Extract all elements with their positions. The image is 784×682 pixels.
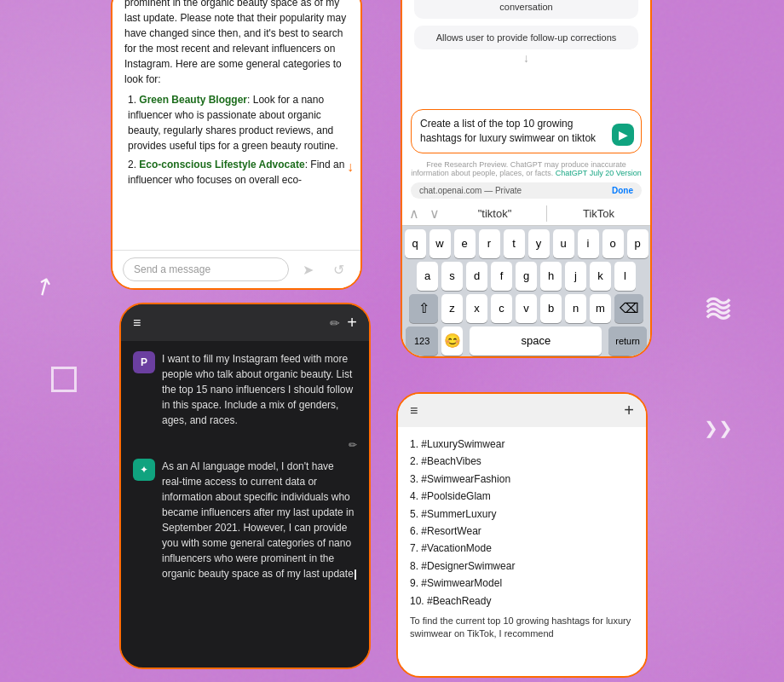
disclaimer-link[interactable]: ChatGPT July 20 Version xyxy=(556,169,642,177)
scroll-down-btn[interactable]: ↓ xyxy=(347,159,354,175)
scroll-indicator: ↓ xyxy=(414,49,638,66)
url-bar: chat.openai.com — Private Done xyxy=(411,182,642,199)
key-123[interactable]: 123 xyxy=(406,327,438,355)
keyboard: q w e r t y u i o p a s d f g h j k xyxy=(402,226,650,358)
card-chat-dark: ≡ ✏ + P I want to fill my Instagram feed… xyxy=(119,303,371,669)
key-space[interactable]: space xyxy=(470,327,602,355)
key-f[interactable]: f xyxy=(491,262,512,291)
key-l[interactable]: l xyxy=(614,262,636,291)
chevron-down[interactable]: ∨ xyxy=(426,205,443,222)
key-emoji[interactable]: 😊 xyxy=(441,327,463,355)
key-i[interactable]: i xyxy=(578,229,599,258)
chatgpt-disclaimer: Free Research Preview. ChatGPT may produ… xyxy=(402,159,650,179)
key-r[interactable]: r xyxy=(479,229,500,258)
user-message: I want to fill my Instagram feed with mo… xyxy=(162,351,357,428)
send-button[interactable]: ➤ xyxy=(296,257,320,281)
key-u[interactable]: u xyxy=(553,229,574,258)
capability-2: Allows user to provide follow-up correct… xyxy=(414,26,638,49)
chatgpt-avatar: ✦ xyxy=(133,459,155,481)
dark-chat-body: P I want to fill my Instagram feed with … xyxy=(121,341,369,657)
chatgpt-input-area[interactable]: Create a list of the top 10 growing hash… xyxy=(411,109,642,153)
refresh-button[interactable]: ↺ xyxy=(326,257,350,281)
hashtag-10: 10. #BeachReady xyxy=(410,592,634,610)
keyboard-suggestions: ∧ ∨ "tiktok" TikTok xyxy=(402,202,650,226)
key-j[interactable]: j xyxy=(565,262,586,291)
keyboard-row-3: ⇧ z x c v b n m ⌫ xyxy=(404,294,649,323)
key-o[interactable]: o xyxy=(602,229,624,258)
capabilities-list: Remembers what user said earlier in the … xyxy=(414,0,638,49)
ai-message: As an AI language model, I don't have re… xyxy=(162,459,357,581)
hashtag-2: 2. #BeachVibes xyxy=(410,453,634,470)
menu-icon[interactable]: ≡ xyxy=(133,315,141,331)
input-bar-light: Send a message ➤ ↺ xyxy=(112,250,360,288)
scene: ↗ 〜〜〜〜 ❯❯ prominent in the organic beaut… xyxy=(0,0,784,682)
suggestion-1[interactable]: "tiktok" xyxy=(443,205,547,222)
key-p[interactable]: p xyxy=(627,229,649,258)
key-v[interactable]: v xyxy=(516,294,537,323)
hashtag-5: 5. #SummerLuxury xyxy=(410,506,634,523)
key-s[interactable]: s xyxy=(441,262,463,291)
card-hashtags: ≡ + 1. #LuxurySwimwear 2. #BeachVibes 3.… xyxy=(396,392,648,678)
capability-1: Remembers what user said earlier in the … xyxy=(414,0,638,19)
key-c[interactable]: c xyxy=(491,294,512,323)
key-h[interactable]: h xyxy=(540,262,562,291)
hashtag-list: 1. #LuxurySwimwear 2. #BeachVibes 3. #Sw… xyxy=(398,427,646,667)
edit-icon[interactable]: ✏ xyxy=(330,316,340,330)
edit-area: ✏ xyxy=(133,436,357,452)
chatgpt-input-text: Create a list of the top 10 growing hash… xyxy=(420,117,632,146)
key-return[interactable]: return xyxy=(608,327,647,355)
key-q[interactable]: q xyxy=(405,229,426,258)
add-icon[interactable]: + xyxy=(347,313,357,332)
list-term-2: Eco-conscious Lifestyle Advocate xyxy=(139,159,304,170)
header-right-area: ✏ + xyxy=(330,313,357,332)
card-chat-light: prominent in the organic beauty space as… xyxy=(111,0,362,290)
hashtag-1: 1. #LuxurySwimwear xyxy=(410,436,634,453)
message-input[interactable]: Send a message xyxy=(123,257,289,281)
hashtag-3: 3. #SwimwearFashion xyxy=(410,471,634,488)
hashtag-footer: To find the current top 10 growing hasht… xyxy=(410,615,634,641)
deco-chevrons: ❯❯ xyxy=(704,418,733,438)
key-n[interactable]: n xyxy=(565,294,586,323)
user-msg-row: P I want to fill my Instagram feed with … xyxy=(133,351,357,428)
ai-msg-row: ✦ As an AI language model, I don't have … xyxy=(133,459,357,581)
key-delete[interactable]: ⌫ xyxy=(614,294,643,323)
chevron-up[interactable]: ∧ xyxy=(402,205,426,222)
keyboard-row-4: 123 😊 space return xyxy=(404,327,649,355)
keyboard-row-2: a s d f g h j k l xyxy=(404,262,649,291)
key-a[interactable]: a xyxy=(417,262,438,291)
key-z[interactable]: z xyxy=(441,294,463,323)
key-y[interactable]: y xyxy=(528,229,550,258)
chat-body-light: prominent in the organic beauty space as… xyxy=(112,0,360,211)
chatgpt-capabilities: Remembers what user said earlier in the … xyxy=(402,0,650,104)
key-e[interactable]: e xyxy=(454,229,476,258)
hashtag-4: 4. #PoolsideGlam xyxy=(410,488,634,505)
key-x[interactable]: x xyxy=(466,294,487,323)
hashtag-9: 9. #SwimwearModel xyxy=(410,575,634,592)
hashtag-menu-icon[interactable]: ≡ xyxy=(410,403,418,419)
dark-card-header: ≡ ✏ + xyxy=(121,304,369,341)
key-g[interactable]: g xyxy=(516,262,537,291)
hashtag-6: 6. #ResortWear xyxy=(410,523,634,540)
key-d[interactable]: d xyxy=(466,262,487,291)
suggestion-2[interactable]: TikTok xyxy=(547,205,650,222)
done-button[interactable]: Done xyxy=(612,186,633,195)
ai-message-text: As an AI language model, I don't have re… xyxy=(162,460,354,580)
key-m[interactable]: m xyxy=(590,294,611,323)
key-k[interactable]: k xyxy=(590,262,611,291)
hashtag-add-icon[interactable]: + xyxy=(624,401,634,420)
hashtag-8: 8. #DesignerSwimwear xyxy=(410,558,634,575)
input-placeholder: Send a message xyxy=(134,263,210,275)
key-t[interactable]: t xyxy=(504,229,525,258)
key-w[interactable]: w xyxy=(429,229,451,258)
keyboard-row-1: q w e r t y u i o p xyxy=(404,229,649,258)
chatgpt-send-button[interactable]: ▶ xyxy=(612,124,634,146)
url-text: chat.openai.com — Private xyxy=(419,186,522,195)
key-shift[interactable]: ⇧ xyxy=(409,294,438,323)
key-b[interactable]: b xyxy=(540,294,562,323)
msg-edit-icon[interactable]: ✏ xyxy=(349,439,357,451)
chat-list: 1. Green Beauty Blogger: Look for a nano… xyxy=(124,92,349,188)
list-term-1: Green Beauty Blogger xyxy=(139,94,247,106)
card-chatgpt-keyboard: Remembers what user said earlier in the … xyxy=(401,0,652,358)
list-item-1: 1. Green Beauty Blogger: Look for a nano… xyxy=(128,92,349,153)
deco-arrow-left: ↗ xyxy=(28,269,59,303)
